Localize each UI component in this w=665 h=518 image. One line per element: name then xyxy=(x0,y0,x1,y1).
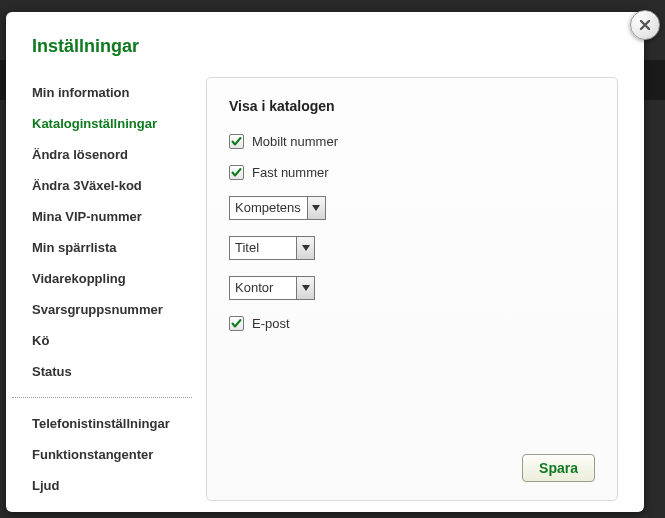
sidebar-item-change-password[interactable]: Ändra lösenord xyxy=(32,139,188,170)
sidebar-item-my-info[interactable]: Min information xyxy=(32,77,188,108)
label-mobile: Mobilt nummer xyxy=(252,134,338,149)
sidebar-item-function-keys[interactable]: Funktionstangenter xyxy=(32,439,188,470)
save-button[interactable]: Spara xyxy=(522,454,595,482)
modal-title: Inställningar xyxy=(32,36,618,57)
row-fixed-number: Fast nummer xyxy=(229,165,595,180)
sidebar-item-status[interactable]: Status xyxy=(32,356,188,387)
panel-catalog-settings: Visa i katalogen Mobilt nummer Fast numm… xyxy=(206,77,618,501)
check-icon xyxy=(231,167,242,178)
select-title[interactable]: Titel xyxy=(229,236,315,260)
chevron-down-icon xyxy=(307,197,325,219)
row-email: E-post xyxy=(229,316,595,331)
checkbox-email[interactable] xyxy=(229,316,244,331)
row-office: Kontor xyxy=(229,276,595,300)
select-competence[interactable]: Kompetens xyxy=(229,196,326,220)
sidebar-item-blocklist[interactable]: Min spärrlista xyxy=(32,232,188,263)
sidebar-item-answer-group[interactable]: Svarsgruppsnummer xyxy=(32,294,188,325)
row-competence: Kompetens xyxy=(229,196,595,220)
panel-heading: Visa i katalogen xyxy=(229,98,595,114)
settings-modal: Inställningar Min information Katalogins… xyxy=(6,12,644,512)
label-fixed: Fast nummer xyxy=(252,165,329,180)
chevron-down-icon xyxy=(296,237,314,259)
checkbox-fixed[interactable] xyxy=(229,165,244,180)
select-office[interactable]: Kontor xyxy=(229,276,315,300)
sidebar-item-forwarding[interactable]: Vidarekoppling xyxy=(32,263,188,294)
sidebar: Min information Kataloginställningar Änd… xyxy=(32,77,188,501)
row-title: Titel xyxy=(229,236,595,260)
label-email: E-post xyxy=(252,316,290,331)
sidebar-item-vip-numbers[interactable]: Mina VIP-nummer xyxy=(32,201,188,232)
select-competence-value: Kompetens xyxy=(230,197,307,219)
sidebar-item-operator-settings[interactable]: Telefonistinställningar xyxy=(32,408,188,439)
check-icon xyxy=(231,136,242,147)
close-icon xyxy=(639,19,651,31)
sidebar-item-catalog-settings[interactable]: Kataloginställningar xyxy=(32,108,188,139)
select-title-value: Titel xyxy=(230,237,296,259)
row-mobile-number: Mobilt nummer xyxy=(229,134,595,149)
chevron-down-icon xyxy=(296,277,314,299)
sidebar-item-change-code[interactable]: Ändra 3Växel-kod xyxy=(32,170,188,201)
modal-content: Min information Kataloginställningar Änd… xyxy=(32,77,618,501)
sidebar-item-queue[interactable]: Kö xyxy=(32,325,188,356)
sidebar-item-sound[interactable]: Ljud xyxy=(32,470,188,501)
checkbox-mobile[interactable] xyxy=(229,134,244,149)
select-office-value: Kontor xyxy=(230,277,296,299)
close-button[interactable] xyxy=(630,10,660,40)
sidebar-divider xyxy=(12,397,192,398)
check-icon xyxy=(231,318,242,329)
